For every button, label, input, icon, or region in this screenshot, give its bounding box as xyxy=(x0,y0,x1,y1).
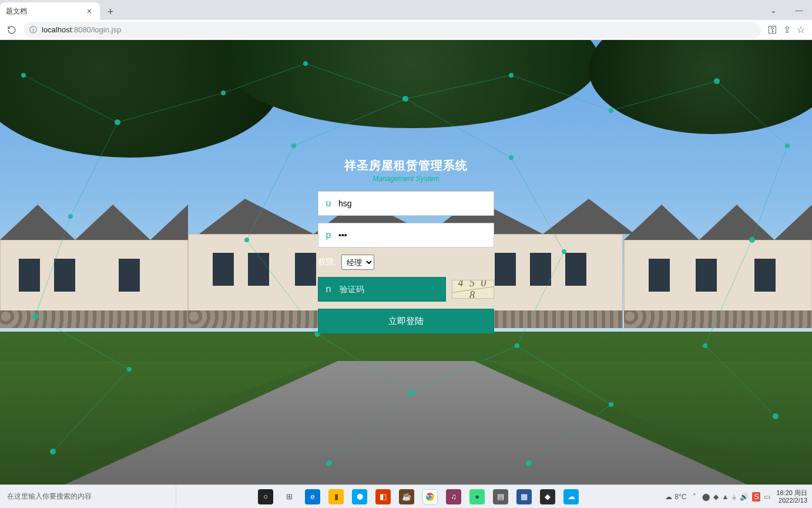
captcha-image[interactable]: 4 5 0 8 xyxy=(452,280,494,299)
svg-point-47 xyxy=(562,249,566,254)
app-title: 祥圣房屋租赁管理系统 xyxy=(318,158,494,173)
svg-line-24 xyxy=(517,346,611,405)
svg-line-8 xyxy=(405,75,511,99)
login-button[interactable]: 立即登陆 xyxy=(318,309,494,333)
svg-point-50 xyxy=(609,402,613,407)
svg-point-30 xyxy=(127,367,132,372)
close-tab-icon[interactable]: × xyxy=(85,6,94,16)
office-icon[interactable]: ◧ xyxy=(375,489,391,504)
svg-point-48 xyxy=(509,155,514,160)
taskview-icon[interactable]: ⊞ xyxy=(281,489,297,504)
svg-point-49 xyxy=(326,460,332,466)
window-minimize-icon[interactable]: — xyxy=(786,1,812,19)
svg-point-40 xyxy=(703,343,707,348)
browser-toolbar: ⓘ localhost:8080/login.jsp ⚿ ⇪ ☆ xyxy=(0,20,812,40)
tab-strip: 题文档 × + ⌄ — xyxy=(0,0,812,20)
tray-icon[interactable]: ▲ xyxy=(722,493,729,501)
app-subtitle: Management System xyxy=(318,175,494,183)
app-icon[interactable]: ♫ xyxy=(446,489,461,504)
clock-date: 2022/2/13 xyxy=(779,497,807,504)
svg-point-31 xyxy=(50,449,56,454)
svg-point-33 xyxy=(303,61,308,66)
permission-select[interactable]: 经理 xyxy=(341,255,374,270)
svg-line-22 xyxy=(405,99,511,158)
password-field: p xyxy=(318,223,494,248)
svg-point-46 xyxy=(515,343,519,348)
password-key-icon[interactable]: ⚿ xyxy=(768,25,777,35)
new-tab-button[interactable]: + xyxy=(102,4,119,20)
taskbar-clock[interactable]: 18:20 周日 2022/2/13 xyxy=(776,489,807,503)
svg-point-36 xyxy=(609,108,613,113)
weather-temp: 8°C xyxy=(675,493,686,501)
tray-chevron-icon[interactable]: ˄ xyxy=(693,493,696,501)
svg-line-25 xyxy=(529,405,611,463)
clock-day: 周日 xyxy=(794,489,807,496)
page-content: 祥圣房屋租赁管理系统 Management System u p 权限: 经理 … xyxy=(0,40,812,484)
svg-point-38 xyxy=(785,143,790,148)
battery-icon[interactable]: ▭ xyxy=(764,493,770,501)
svg-point-34 xyxy=(402,96,408,102)
captcha-input[interactable] xyxy=(338,278,445,301)
app-icon[interactable]: ▤ xyxy=(493,489,508,504)
tray-icon[interactable]: S xyxy=(752,492,760,502)
svg-point-28 xyxy=(68,214,73,219)
svg-line-15 xyxy=(294,99,405,146)
svg-line-14 xyxy=(705,346,776,416)
share-icon[interactable]: ⇪ xyxy=(783,24,791,35)
svg-line-20 xyxy=(517,252,564,346)
taskbar-search[interactable]: 在这里输入你要搜索的内容 xyxy=(0,485,176,508)
password-input[interactable] xyxy=(338,223,494,247)
url-host: localhost xyxy=(42,25,72,34)
svg-line-0 xyxy=(24,75,118,122)
svg-line-12 xyxy=(752,146,787,240)
permission-label: 权限: xyxy=(318,257,337,268)
weather-widget[interactable]: ☁ 8°C xyxy=(665,493,686,501)
app-icon[interactable]: ▦ xyxy=(516,489,532,504)
taskbar-apps: ○ ⊞ e ▮ ⬢ ◧ ☕ ♫ ● ▤ ▦ ◆ ☁ xyxy=(176,489,660,504)
svg-line-21 xyxy=(511,158,564,252)
captcha-icon: n xyxy=(318,284,338,295)
svg-point-42 xyxy=(291,143,296,148)
chrome-icon[interactable] xyxy=(422,489,438,504)
svg-line-23 xyxy=(329,393,411,463)
tray-icon[interactable]: ◆ xyxy=(713,493,719,501)
edge-icon[interactable]: e xyxy=(305,489,320,504)
store-icon[interactable]: ⬢ xyxy=(352,489,367,504)
tray-icon[interactable]: ⬤ xyxy=(702,493,710,501)
app-icon[interactable]: ◆ xyxy=(540,489,555,504)
tab-title: 题文档 xyxy=(6,6,27,16)
svg-point-29 xyxy=(32,313,38,319)
volume-icon[interactable]: 🔊 xyxy=(740,493,749,501)
address-bar[interactable]: ⓘ localhost:8080/login.jsp xyxy=(24,22,761,38)
svg-point-45 xyxy=(408,390,414,396)
svg-line-3 xyxy=(35,316,129,369)
svg-line-16 xyxy=(247,146,294,240)
taskbar-search-placeholder: 在这里输入你要搜索的内容 xyxy=(7,492,92,502)
cortana-icon[interactable]: ○ xyxy=(258,489,273,504)
reload-icon[interactable] xyxy=(4,22,20,38)
svg-point-26 xyxy=(21,73,26,78)
svg-line-5 xyxy=(118,93,223,122)
wifi-icon[interactable]: ⏚ xyxy=(732,493,736,501)
svg-line-17 xyxy=(247,240,317,334)
python-icon[interactable]: ● xyxy=(469,489,485,504)
window-dropdown-icon[interactable]: ⌄ xyxy=(760,1,786,19)
svg-line-18 xyxy=(317,334,411,393)
svg-point-27 xyxy=(115,119,120,125)
svg-point-41 xyxy=(773,413,779,419)
login-form: 祥圣房屋租赁管理系统 Management System u p 权限: 经理 … xyxy=(318,158,494,333)
svg-line-6 xyxy=(223,63,306,93)
bookmark-star-icon[interactable]: ☆ xyxy=(797,24,805,35)
site-info-icon[interactable]: ⓘ xyxy=(29,25,37,35)
captcha-field: n xyxy=(318,277,446,302)
svg-line-4 xyxy=(53,369,129,452)
svg-point-37 xyxy=(714,78,720,84)
url-port: :8080 xyxy=(72,25,91,34)
explorer-icon[interactable]: ▮ xyxy=(328,489,344,504)
app-icon[interactable]: ☕ xyxy=(399,489,414,504)
username-input[interactable] xyxy=(338,192,494,215)
url-path: /login.jsp xyxy=(91,25,121,34)
app-icon[interactable]: ☁ xyxy=(563,489,579,504)
permission-row: 权限: 经理 xyxy=(318,255,494,270)
browser-tab[interactable]: 题文档 × xyxy=(0,2,100,20)
